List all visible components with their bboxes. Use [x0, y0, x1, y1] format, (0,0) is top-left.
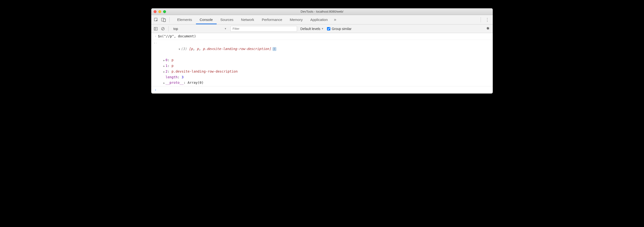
clear-console-icon[interactable]	[160, 26, 166, 31]
console-result-row: ‹· (3) [p, p, p.devsite-landing-row-desc…	[151, 40, 493, 86]
devtools-window: DevTools - localhost:8080/web/ Elements …	[151, 8, 493, 94]
window-title: DevTools - localhost:8080/web/	[151, 10, 493, 13]
group-similar-input[interactable]	[327, 27, 330, 31]
result-summary[interactable]: (3) [p, p, p.devsite-landing-row-descrip…	[158, 41, 491, 57]
console-input-text: $x("//p", document)	[158, 34, 491, 39]
input-prompt-icon: ›	[153, 34, 158, 39]
toggle-sidebar-icon[interactable]	[153, 26, 158, 31]
console-input-row: › $x("//p", document)	[151, 33, 493, 40]
separator	[169, 17, 170, 22]
chevron-down-icon: ▼	[224, 27, 227, 30]
group-similar-label: Group similar	[332, 27, 352, 31]
proto-val: Array(0)	[188, 81, 204, 85]
array-item: p.devsite-landing-row-description	[203, 47, 269, 51]
inspect-element-icon[interactable]	[153, 17, 159, 23]
length-val: 3	[182, 75, 183, 79]
array-entry[interactable]: 0: p	[153, 57, 491, 63]
execution-context-select[interactable]: top ▼	[172, 27, 228, 31]
tab-performance[interactable]: Performance	[258, 15, 286, 24]
tab-network[interactable]: Network	[237, 15, 258, 24]
console-prompt-input[interactable]	[158, 87, 491, 93]
array-count: (3)	[181, 47, 187, 51]
output-indicator-icon: ‹·	[153, 41, 158, 57]
console-prompt-row[interactable]: ›	[151, 86, 493, 94]
expand-icon[interactable]	[163, 63, 166, 69]
expand-icon[interactable]	[163, 57, 166, 63]
entry-val: p.devsite-landing-row-description	[172, 70, 238, 73]
main-toolbar: Elements Console Sources Network Perform…	[151, 15, 493, 25]
prompt-icon: ›	[153, 87, 158, 93]
tab-console[interactable]: Console	[196, 15, 217, 24]
length-property: length: 3	[153, 75, 491, 80]
context-label: top	[173, 27, 178, 31]
tab-elements[interactable]: Elements	[173, 15, 196, 24]
filter-input[interactable]	[230, 26, 297, 32]
proto-property[interactable]: __proto__: Array(0)	[153, 80, 491, 86]
info-icon[interactable]: i	[272, 47, 276, 51]
array-entry[interactable]: 1: p	[153, 63, 491, 69]
collapse-icon[interactable]	[178, 46, 181, 52]
settings-menu-icon[interactable]: ⋮	[484, 17, 491, 22]
console-output: › $x("//p", document) ‹· (3) [p, p, p.de…	[151, 33, 493, 94]
proto-key: __proto__	[166, 81, 184, 85]
tab-memory[interactable]: Memory	[286, 15, 306, 24]
separator	[168, 26, 168, 31]
array-bracket: ]	[269, 47, 271, 51]
expand-icon[interactable]	[163, 69, 166, 75]
length-key: length	[166, 75, 178, 79]
array-item: p	[197, 47, 199, 51]
array-item: p	[191, 47, 193, 51]
console-settings-icon[interactable]	[486, 26, 491, 31]
chevron-down-icon: ▼	[321, 27, 324, 30]
tab-application[interactable]: Application	[306, 15, 332, 24]
more-tabs-button[interactable]: »	[332, 17, 339, 22]
console-toolbar: top ▼ Default levels ▼ Group similar	[151, 25, 493, 33]
array-entry[interactable]: 2: p.devsite-landing-row-description	[153, 69, 491, 75]
levels-label: Default levels	[300, 27, 320, 31]
expand-icon[interactable]	[163, 80, 166, 86]
svg-line-7	[162, 28, 164, 30]
entry-val: p	[172, 58, 173, 62]
separator	[480, 17, 481, 22]
toggle-device-icon[interactable]	[161, 17, 166, 23]
panel-tabs: Elements Console Sources Network Perform…	[173, 15, 478, 24]
titlebar: DevTools - localhost:8080/web/	[151, 8, 493, 15]
entry-val: p	[172, 64, 173, 68]
tab-sources[interactable]: Sources	[217, 15, 237, 24]
svg-rect-2	[164, 19, 166, 22]
group-similar-checkbox[interactable]: Group similar	[327, 27, 352, 31]
log-levels-select[interactable]: Default levels ▼	[299, 27, 325, 31]
